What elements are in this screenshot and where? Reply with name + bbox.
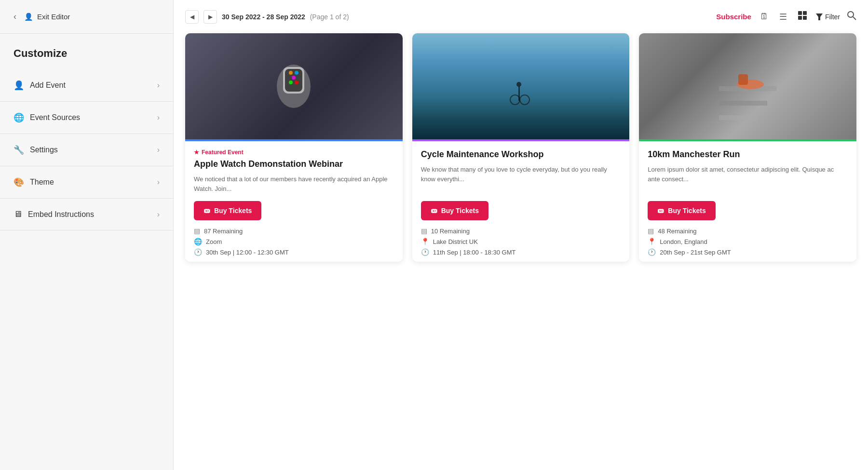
sidebar: ‹ 👤 Exit Editor Customize 👤 Add Event › … [0, 0, 174, 470]
remaining-icon-cycling: ▤ [421, 227, 427, 235]
location-icon-running: 📍 [648, 238, 656, 245]
svg-rect-1 [803, 11, 807, 15]
event-meta-running: ▤ 48 Remaining 📍 London, England 🕐 20th … [648, 227, 848, 256]
svg-point-10 [289, 71, 293, 75]
buy-tickets-label-cycling: Buy Tickets [441, 207, 479, 215]
search-button[interactable] [847, 11, 856, 23]
toolbar-right: Subscribe 🗓 ☰ Filter [716, 10, 856, 24]
datetime-text-apple-watch: 30th Sep | 12:00 - 12:30 GMT [206, 249, 289, 256]
chevron-icon-embed-instructions: › [157, 210, 160, 219]
grid-icon [798, 11, 807, 20]
svg-point-17 [516, 82, 521, 87]
buy-tickets-label-apple-watch: Buy Tickets [214, 207, 252, 215]
sidebar-item-label-embed-instructions: Embed Instructions [28, 210, 94, 219]
subscribe-button[interactable]: Subscribe [716, 13, 751, 21]
event-datetime-apple-watch: 🕐 30th Sep | 12:00 - 12:30 GMT [194, 248, 394, 256]
list-view-button[interactable]: ☰ [777, 11, 789, 23]
svg-point-13 [289, 81, 293, 84]
prev-button[interactable]: ◀ [185, 10, 199, 24]
calendar-view-icon: 🗓 [760, 12, 769, 21]
sidebar-item-embed-instructions[interactable]: 🖥 Embed Instructions › [0, 199, 173, 230]
toolbar-left: ◀ ▶ 30 Sep 2022 - 28 Sep 2022 (Page 1 of… [185, 10, 349, 24]
clock-icon-running: 🕐 [648, 248, 656, 256]
buy-tickets-button-apple-watch[interactable]: 🎟 Buy Tickets [194, 201, 261, 220]
svg-rect-22 [719, 115, 758, 120]
buy-tickets-button-cycling[interactable]: 🎟 Buy Tickets [421, 201, 488, 220]
event-title-cycling: Cycle Maintenance Workshop [421, 149, 621, 160]
event-image-cycling [412, 33, 630, 139]
page-info: (Page 1 of 2) [310, 13, 349, 21]
svg-marker-4 [816, 13, 823, 20]
sidebar-item-add-event[interactable]: 👤 Add Event › [0, 69, 173, 102]
exit-editor-button[interactable]: 👤 Exit Editor [24, 13, 70, 21]
remaining-icon-running: ▤ [648, 227, 654, 235]
event-sources-icon: 🌐 [14, 112, 24, 123]
events-grid: ★ Featured Event Apple Watch Demonstatio… [185, 33, 856, 262]
main-content: ◀ ▶ 30 Sep 2022 - 28 Sep 2022 (Page 1 of… [174, 0, 868, 470]
sidebar-item-label-theme: Theme [30, 178, 54, 187]
chevron-icon-add-event: › [157, 81, 160, 90]
add-event-icon: 👤 [14, 80, 24, 91]
datetime-text-running: 20th Sep - 21st Sep GMT [660, 249, 731, 256]
star-icon: ★ [194, 149, 199, 156]
sidebar-header: ‹ 👤 Exit Editor [0, 0, 173, 34]
svg-point-12 [292, 76, 296, 80]
event-datetime-running: 🕐 20th Sep - 21st Sep GMT [648, 248, 848, 256]
svg-line-6 [853, 17, 856, 20]
event-remaining-apple-watch: ▤ 87 Remaining [194, 227, 394, 235]
svg-rect-2 [798, 16, 802, 20]
buy-tickets-button-running[interactable]: 🎟 Buy Tickets [648, 201, 715, 220]
svg-rect-15 [492, 43, 550, 130]
sidebar-item-settings[interactable]: 🔧 Settings › [0, 134, 173, 166]
exit-editor-icon: 👤 [24, 13, 33, 21]
sidebar-menu: 👤 Add Event › 🌐 Event Sources › 🔧 Settin… [0, 69, 173, 230]
event-card-cycle-maintenance: Cycle Maintenance Workshop We know that … [412, 33, 630, 262]
location-text-apple-watch: Zoom [206, 238, 222, 245]
sidebar-item-event-sources[interactable]: 🌐 Event Sources › [0, 102, 173, 134]
event-location-apple-watch: 🌐 Zoom [194, 238, 394, 245]
toolbar: ◀ ▶ 30 Sep 2022 - 28 Sep 2022 (Page 1 of… [185, 10, 856, 24]
featured-badge: ★ Featured Event [194, 149, 394, 156]
featured-label: Featured Event [202, 149, 244, 156]
clock-icon-apple-watch: 🕐 [194, 248, 202, 256]
filter-label: Filter [825, 13, 840, 21]
svg-rect-0 [798, 11, 802, 15]
svg-point-11 [295, 71, 298, 75]
remaining-text-cycling: 10 Remaining [431, 228, 470, 235]
sidebar-item-theme[interactable]: 🎨 Theme › [0, 166, 173, 199]
sidebar-title: Customize [0, 34, 173, 69]
remaining-icon: ▤ [194, 227, 200, 235]
event-remaining-cycling: ▤ 10 Remaining [421, 227, 621, 235]
date-range-text: 30 Sep 2022 - 28 Sep 2022 [222, 13, 305, 21]
svg-point-5 [848, 12, 854, 17]
svg-rect-21 [719, 101, 767, 106]
event-location-running: 📍 London, England [648, 238, 848, 245]
sidebar-item-label-event-sources: Event Sources [30, 113, 80, 122]
svg-point-19 [520, 95, 529, 105]
grid-view-button[interactable] [796, 10, 809, 24]
filter-button[interactable]: Filter [816, 13, 840, 21]
event-meta-apple-watch: ▤ 87 Remaining 🌐 Zoom 🕐 30th Sep | 12:00… [194, 227, 394, 256]
calendar-view-button[interactable]: 🗓 [758, 11, 771, 23]
chevron-icon-settings: › [157, 146, 160, 154]
exit-editor-label: Exit Editor [37, 13, 70, 21]
event-card-apple-watch: ★ Featured Event Apple Watch Demonstatio… [185, 33, 403, 262]
sidebar-item-label-settings: Settings [30, 146, 58, 154]
chevron-icon-theme: › [157, 178, 160, 187]
event-title-running: 10km Manchester Run [648, 149, 848, 160]
svg-point-14 [295, 81, 298, 84]
event-meta-cycling: ▤ 10 Remaining 📍 Lake District UK 🕐 11th… [421, 227, 621, 256]
next-button[interactable]: ▶ [203, 10, 217, 24]
location-text-cycling: Lake District UK [433, 238, 478, 245]
list-view-icon: ☰ [779, 12, 787, 22]
search-icon [847, 11, 856, 20]
event-desc-running: Lorem ipsum dolor sit amet, consectetur … [648, 165, 848, 193]
back-button[interactable]: ‹ [12, 10, 18, 24]
event-card-body-cycling: Cycle Maintenance Workshop We know that … [412, 141, 630, 262]
svg-rect-3 [803, 16, 807, 20]
theme-icon: 🎨 [14, 177, 24, 188]
ticket-icon-running: 🎟 [657, 207, 664, 215]
remaining-text-apple-watch: 87 Remaining [204, 228, 243, 235]
event-location-cycling: 📍 Lake District UK [421, 238, 621, 245]
chevron-icon-event-sources: › [157, 113, 160, 122]
